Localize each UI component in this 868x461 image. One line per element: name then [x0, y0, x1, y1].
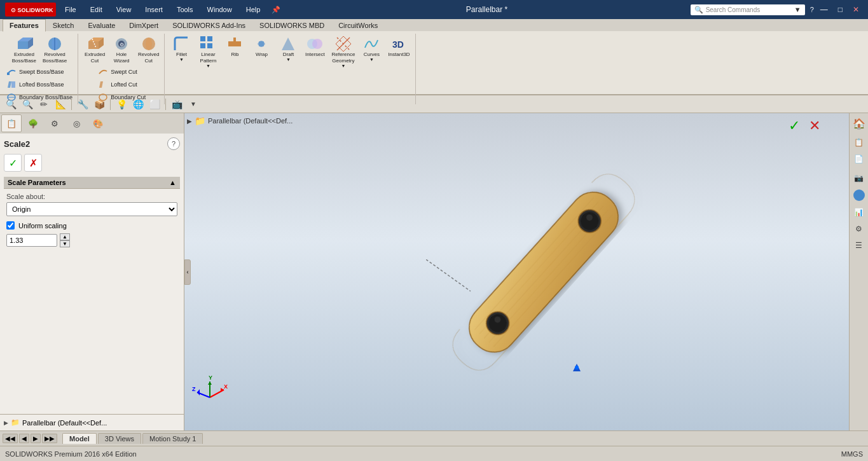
- more-btn[interactable]: ▼: [186, 97, 200, 111]
- viewport[interactable]: ▶ 📁 Parallelbar (Default<<Def... ✓ ✕: [184, 113, 849, 430]
- menu-insert[interactable]: Insert: [140, 4, 168, 15]
- panel-tab-properties[interactable]: ⚙: [45, 114, 65, 132]
- btn-hole-wizard[interactable]: ⚙ HoleWizard: [109, 35, 134, 65]
- tab-circuitworks[interactable]: CircuitWorks: [331, 19, 385, 31]
- btn-lofted-cut[interactable]: Lofted Cut: [95, 79, 140, 90]
- reference-geometry-arrow[interactable]: ▼: [341, 64, 345, 68]
- tab-features[interactable]: Features: [3, 19, 46, 32]
- tree-label: Parallelbar (Default<<Def...: [22, 419, 107, 427]
- scale-about-select[interactable]: Origin Centroid Coordinate System: [6, 202, 177, 216]
- nav-first-btn[interactable]: ◀◀: [3, 434, 18, 443]
- svg-rect-27: [207, 43, 212, 48]
- menu-view[interactable]: View: [111, 4, 137, 15]
- part-icon: 📁: [195, 116, 205, 126]
- menu-edit[interactable]: Edit: [85, 4, 107, 15]
- titlebar-restore[interactable]: □: [834, 4, 846, 15]
- search-dropdown-icon[interactable]: ▼: [794, 6, 801, 13]
- panel-tab-tree[interactable]: 🌳: [23, 114, 43, 132]
- btn-reference-geometry[interactable]: ReferenceGeometry ▼: [329, 35, 357, 69]
- btn-revolved-cut[interactable]: RevolvedCut: [135, 35, 162, 65]
- btn-fillet[interactable]: Fillet ▼: [169, 35, 194, 63]
- menu-help[interactable]: Help: [241, 4, 266, 15]
- btn-draft[interactable]: Draft ▼: [275, 35, 301, 63]
- scale-spinner-down[interactable]: ▼: [60, 240, 70, 247]
- rt-camera-btn[interactable]: 📷: [851, 170, 867, 186]
- tab-motion-study[interactable]: Motion Study 1: [142, 433, 203, 444]
- menu-window[interactable]: Window: [202, 4, 237, 15]
- sketch-tool-btn[interactable]: ✏: [37, 97, 51, 111]
- uniform-scaling-checkbox[interactable]: [6, 221, 15, 230]
- instant3d-label: Instant3D: [388, 52, 410, 57]
- tab-3d-views[interactable]: 3D Views: [98, 433, 141, 444]
- rt-settings-btn[interactable]: ⚙: [851, 221, 867, 237]
- scale-value-input[interactable]: [6, 234, 57, 247]
- nav-last-btn[interactable]: ▶▶: [42, 434, 57, 443]
- viewport-reject-btn[interactable]: ✕: [806, 117, 823, 135]
- titlebar-minimize[interactable]: —: [816, 4, 832, 15]
- statusbar-edition: SOLIDWORKS Premium 2016 x64 Edition: [5, 450, 137, 458]
- rt-chart-btn[interactable]: 📊: [851, 205, 867, 220]
- cancel-button[interactable]: ✗: [24, 154, 42, 172]
- panel-tab-feature[interactable]: 📋: [1, 114, 22, 132]
- svg-text:3D: 3D: [392, 39, 404, 50]
- nav-next-btn[interactable]: ▶: [31, 434, 41, 443]
- ok-button[interactable]: ✓: [4, 154, 22, 172]
- linear-pattern-arrow[interactable]: ▼: [206, 64, 210, 68]
- menu-tools[interactable]: Tools: [172, 4, 198, 15]
- search-box[interactable]: 🔍 Search Commands ▼: [691, 4, 805, 15]
- viewport-accept-btn[interactable]: ✓: [785, 117, 803, 135]
- rt-doc-btn[interactable]: 📄: [851, 151, 867, 167]
- tree-root[interactable]: ▶ 📁 Parallelbar (Default<<Def...: [3, 417, 181, 428]
- view-options-btn[interactable]: 🔍: [4, 97, 18, 111]
- rt-color-btn[interactable]: [853, 189, 865, 201]
- btn-intersect[interactable]: Intersect: [302, 35, 327, 58]
- feature-help-btn[interactable]: ?: [167, 137, 180, 150]
- btn-extruded-boss[interactable]: ExtrudedBoss/Base: [10, 35, 39, 65]
- btn-linear-pattern[interactable]: LinearPattern ▼: [195, 35, 221, 69]
- btn-instant3d[interactable]: 3D Instant3D: [385, 35, 412, 58]
- rt-list-btn[interactable]: ☰: [851, 238, 867, 253]
- viewport-actions: ✓ ✕: [785, 117, 823, 135]
- nav-prev-btn[interactable]: ◀: [19, 434, 29, 443]
- panel-tab-appearance[interactable]: 🎨: [88, 114, 108, 132]
- tab-dimxpert[interactable]: DimXpert: [122, 19, 165, 31]
- tab-evaluate[interactable]: Evaluate: [81, 19, 123, 31]
- btn-extruded-cut[interactable]: ExtrudedCut: [82, 35, 107, 65]
- btn-wrap[interactable]: Wrap: [249, 35, 274, 58]
- tab-mbd[interactable]: SOLIDWORKS MBD: [252, 19, 331, 31]
- svg-point-33: [312, 39, 322, 49]
- svg-marker-9: [8, 81, 11, 88]
- ribbon: Features Sketch Evaluate DimXpert SOLIDW…: [0, 19, 868, 95]
- btn-rib[interactable]: Rib: [222, 35, 247, 58]
- curves-arrow[interactable]: ▼: [369, 57, 374, 62]
- scale-params-section[interactable]: Scale Parameters ▲: [4, 177, 180, 189]
- btn-swept-boss[interactable]: Swept Boss/Base: [4, 66, 67, 78]
- tree-expand-icon[interactable]: ▶: [187, 118, 192, 125]
- tab-model[interactable]: Model: [62, 433, 97, 444]
- settings-btn[interactable]: 🔧: [76, 97, 90, 111]
- rt-clipboard-btn[interactable]: 📋: [851, 135, 867, 150]
- extruded-boss-icon: [15, 36, 33, 52]
- appearance-btn[interactable]: 💡: [114, 97, 128, 111]
- btn-swept-cut[interactable]: Swept Cut: [95, 66, 140, 78]
- display-mode-btn[interactable]: ⬜: [148, 97, 162, 111]
- tab-sketch[interactable]: Sketch: [46, 19, 81, 31]
- rt-home-btn[interactable]: 🏠: [851, 116, 867, 131]
- btn-revolved-boss[interactable]: RevolvedBoss/Base: [40, 35, 69, 65]
- view-zoom-btn[interactable]: 🔍: [20, 97, 34, 111]
- menu-file[interactable]: File: [60, 4, 81, 15]
- view-mode-btn[interactable]: 🌐: [131, 97, 145, 111]
- draft-arrow[interactable]: ▼: [286, 57, 291, 62]
- help-icon[interactable]: ?: [810, 6, 814, 13]
- collapse-handle[interactable]: ‹: [184, 259, 191, 285]
- fillet-arrow[interactable]: ▼: [179, 57, 184, 62]
- titlebar-close[interactable]: ✕: [849, 4, 863, 15]
- btn-curves[interactable]: Curves ▼: [359, 35, 384, 63]
- display-state-btn[interactable]: 📦: [92, 97, 106, 111]
- tab-addins[interactable]: SOLIDWORKS Add-Ins: [165, 19, 252, 31]
- btn-lofted-boss[interactable]: Lofted Boss/Base: [4, 79, 67, 90]
- scale-spinner-up[interactable]: ▲: [60, 233, 70, 240]
- measure-btn[interactable]: 📐: [53, 97, 67, 111]
- panel-tab-display[interactable]: ◎: [66, 114, 86, 132]
- monitor-btn[interactable]: 📺: [170, 97, 184, 111]
